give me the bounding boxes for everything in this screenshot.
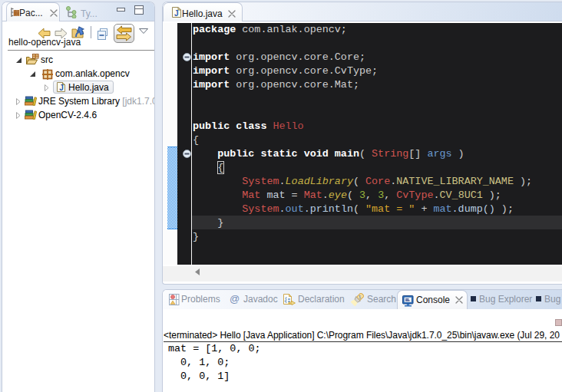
svg-text:J: J — [174, 9, 179, 18]
svg-text:J: J — [59, 84, 64, 92]
